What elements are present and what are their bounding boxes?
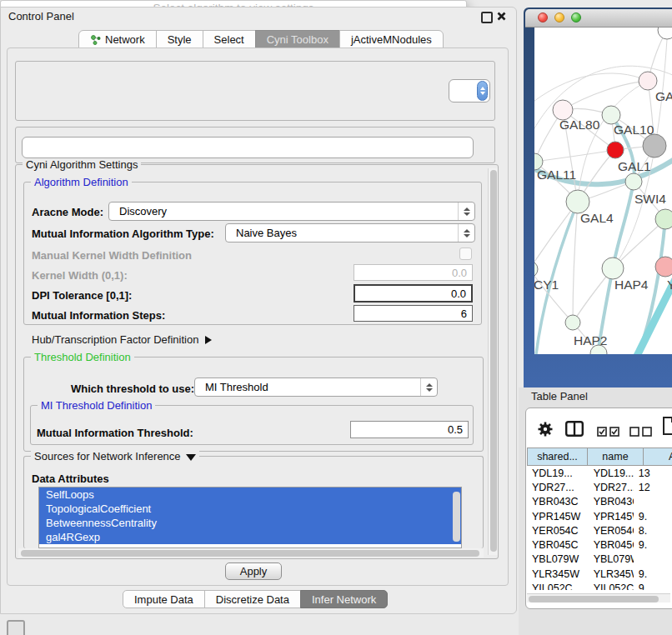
network-node-gal1[interactable]: [607, 142, 624, 158]
tab-label: Cyni Toolbox: [267, 33, 328, 46]
sources-title-text: Sources for Network Inference: [34, 450, 181, 462]
gear-icon[interactable]: [537, 421, 554, 441]
network-node-y[interactable]: [655, 257, 672, 277]
algorithm-definition-title: Algorithm Definition: [31, 176, 132, 188]
table-horizontal-scrollbar[interactable]: [527, 593, 670, 602]
network-node[interactable]: [658, 28, 672, 39]
network-edge[interactable]: [563, 81, 648, 110]
tab-discretize-data[interactable]: Discretize Data: [204, 590, 301, 608]
table-row[interactable]: YDR27...YDR27...12: [527, 480, 672, 494]
table-cell: YPR145W: [527, 511, 582, 522]
kernel-width-input[interactable]: 0.0: [354, 264, 473, 281]
network-node[interactable]: [655, 209, 672, 229]
desktop: { "colors": { "selection_blue": "#3d6fd1…: [0, 0, 672, 635]
attribute-item-selfloops[interactable]: SelfLoops: [39, 488, 461, 502]
float-window-icon[interactable]: [481, 12, 493, 23]
column-header-name[interactable]: name: [587, 448, 644, 466]
node-label: GAL4: [580, 211, 614, 225]
network-node-gal[interactable]: [639, 72, 657, 90]
network-node-swi4[interactable]: [625, 173, 642, 190]
network-combo-fragment[interactable]: [22, 137, 474, 158]
vertical-scrollbar-thumb[interactable]: [490, 170, 497, 552]
mi-steps-label: Mutual Information Steps:: [32, 309, 165, 322]
tab-select[interactable]: Select: [203, 30, 256, 48]
combo-arrows-icon: [458, 224, 474, 242]
aracne-mode-combo[interactable]: Discovery: [108, 202, 475, 221]
table-row[interactable]: YBR043CYBR043C: [527, 495, 672, 509]
combo-stepper-icon[interactable]: [477, 81, 488, 101]
network-edge[interactable]: [573, 202, 578, 322]
network-node-gcy1[interactable]: [534, 261, 538, 278]
mi-type-combo[interactable]: Naive Bayes: [225, 223, 475, 242]
table-cell: YDL19...: [527, 468, 582, 479]
deselect-all-checkboxes-icon[interactable]: [629, 425, 652, 440]
dpi-tolerance-label: DPI Tolerance [0,1]:: [32, 289, 132, 302]
manual-kernel-checkbox[interactable]: [459, 248, 472, 260]
attribute-item-topologicalcoefficient[interactable]: TopologicalCoefficient: [39, 502, 461, 516]
tab-cyni-toolbox[interactable]: Cyni Toolbox: [255, 30, 340, 48]
tab-infer-network[interactable]: Infer Network: [300, 590, 388, 608]
traffic-light-zoom-icon[interactable]: [571, 12, 581, 22]
network-node[interactable]: [643, 134, 666, 158]
mi-steps-input[interactable]: 6: [354, 305, 473, 322]
table-row[interactable]: YBR045CYBR045C9.: [527, 538, 672, 552]
table-row[interactable]: YDL19...YDL19...13: [527, 466, 672, 480]
control-panel-tab-bar: NetworkStyleSelectCyni ToolboxjActiveMNo…: [78, 30, 444, 48]
sources-title[interactable]: Sources for Network Inference: [31, 450, 199, 462]
table-cell: YBL079W: [527, 553, 582, 565]
data-attributes-list[interactable]: SelfLoopsTopologicalCoefficientBetweenne…: [38, 487, 462, 548]
tab-jactivemnodules[interactable]: jActiveMNodules: [339, 30, 444, 48]
dock-icon[interactable]: [7, 620, 25, 635]
network-node-hap4[interactable]: [602, 258, 624, 279]
network-canvas[interactable]: GALGAL80GAL10GAL1GAL11SWI4GAL4GCY1HAP4YH…: [534, 28, 672, 354]
column-header-a[interactable]: A: [643, 448, 672, 466]
combo-arrows-icon: [420, 378, 437, 396]
table-cell: YDL19...: [582, 468, 634, 479]
tab-label: Network: [105, 33, 145, 46]
mi-threshold-input[interactable]: 0.5: [350, 421, 469, 438]
algorithm-combo-fragment[interactable]: [449, 79, 490, 102]
list-scrollbar-thumb[interactable]: [453, 492, 460, 542]
table-cell: 9.: [634, 539, 672, 551]
tab-network[interactable]: Network: [78, 30, 157, 48]
table-cell: 13: [634, 468, 672, 479]
table-row[interactable]: YLR345WYLR345W9.: [527, 567, 672, 581]
traffic-light-minimize-icon[interactable]: [554, 12, 564, 22]
network-node-gal10[interactable]: [602, 106, 620, 124]
apply-button[interactable]: Apply: [225, 562, 282, 580]
vertical-scrollbar[interactable]: [488, 168, 498, 555]
network-node-hap2[interactable]: [565, 315, 580, 330]
attribute-item-betweennesscentrality[interactable]: BetweennessCentrality: [39, 516, 461, 530]
table-row[interactable]: YIL052CYIL052C9.: [527, 581, 672, 590]
hub-definition-toggle[interactable]: Hub/Transcription Factor Definition: [32, 333, 212, 346]
table-scrollbar-thumb[interactable]: [529, 596, 659, 602]
tab-impute-data[interactable]: Impute Data: [123, 590, 205, 608]
which-threshold-combo[interactable]: MI Threshold: [194, 378, 438, 397]
network-node-gal4[interactable]: [566, 190, 589, 213]
document-icon[interactable]: [661, 417, 672, 438]
tab-style[interactable]: Style: [156, 30, 203, 48]
mi-threshold-definition-title: MI Threshold Definition: [38, 399, 155, 412]
columns-icon[interactable]: [565, 421, 584, 440]
table-row[interactable]: YER054CYER054C8.: [527, 523, 672, 538]
table-row[interactable]: YBL079WYBL079W: [527, 552, 672, 567]
aracne-mode-label: Aracne Mode:: [32, 206, 103, 218]
table-cell: YBR043C: [582, 496, 634, 508]
select-all-checkboxes-icon[interactable]: [597, 425, 619, 440]
horizontal-scrollbar-thumb[interactable]: [21, 550, 479, 557]
close-icon[interactable]: [496, 10, 507, 25]
table-body: YDL19...YDL19...13YDR27...YDR27...12YBR0…: [527, 466, 672, 590]
node-label: GAL1: [618, 159, 651, 173]
horizontal-scrollbar[interactable]: [18, 548, 484, 558]
which-threshold-value: MI Threshold: [205, 381, 268, 393]
mi-threshold-label: Mutual Information Threshold:: [37, 427, 193, 439]
column-header-shared[interactable]: shared...: [527, 448, 588, 466]
table-row[interactable]: YPR145WYPR145W9.: [527, 509, 672, 523]
network-edge[interactable]: [534, 150, 615, 162]
table-cell: YBL079W: [582, 553, 634, 565]
attribute-item-gal4rgexp[interactable]: gal4RGexp: [39, 530, 461, 544]
dpi-tolerance-input[interactable]: 0.0: [354, 284, 473, 302]
traffic-light-close-icon[interactable]: [538, 12, 548, 22]
network-edge[interactable]: [534, 73, 648, 108]
node-label: GAL: [655, 89, 672, 103]
